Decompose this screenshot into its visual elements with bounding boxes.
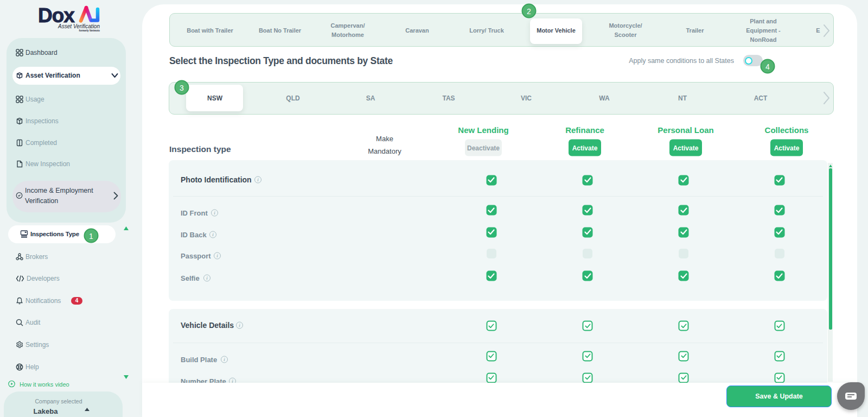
svg-text:formerly Verimoto: formerly Verimoto bbox=[79, 29, 100, 32]
svg-text:Asset Verification: Asset Verification bbox=[58, 23, 100, 29]
